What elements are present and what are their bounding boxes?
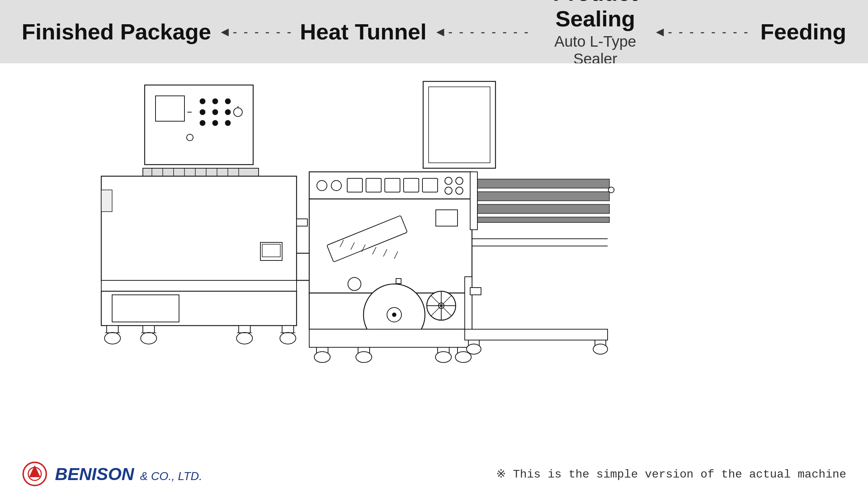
arrow2-section: ◄- - - - - - - -	[434, 24, 530, 39]
svg-rect-26	[101, 190, 112, 212]
svg-rect-93	[472, 217, 609, 222]
company-suffix: & CO., LTD.	[140, 470, 202, 483]
arrow2: ◄- - - - - - - -	[434, 24, 530, 39]
arrow1-section: ◄- - - - - -	[218, 24, 293, 39]
svg-rect-89	[429, 87, 490, 163]
svg-rect-53	[404, 178, 419, 192]
logo-area: BENISON & CO., LTD.	[22, 461, 202, 487]
svg-rect-29	[262, 244, 280, 257]
svg-rect-99	[465, 277, 472, 331]
svg-rect-102	[465, 329, 608, 340]
feeding-section: ◄- - - - - - - - Feeding	[654, 19, 846, 44]
machine-type-label: Auto L-Type Sealer	[537, 33, 654, 68]
svg-point-3	[213, 99, 218, 104]
diagram-area	[0, 63, 868, 492]
svg-rect-91	[472, 192, 609, 201]
machine-diagram	[36, 78, 832, 432]
svg-point-37	[141, 332, 157, 344]
footer: BENISON & CO., LTD. ※ This is the simple…	[0, 456, 868, 492]
svg-rect-15	[143, 168, 259, 176]
svg-point-10	[225, 120, 230, 126]
svg-rect-33	[107, 326, 118, 333]
svg-point-40	[237, 332, 252, 344]
svg-rect-98	[436, 210, 458, 226]
svg-point-8	[200, 120, 205, 126]
feeding-label: Feeding	[760, 19, 846, 44]
svg-rect-92	[472, 204, 609, 213]
heat-tunnel-label: Heat Tunnel	[300, 19, 426, 44]
svg-point-5	[200, 110, 205, 115]
svg-rect-39	[239, 326, 250, 333]
svg-point-81	[314, 352, 330, 362]
svg-rect-30	[101, 280, 297, 291]
svg-rect-50	[347, 178, 362, 192]
svg-rect-54	[422, 178, 438, 192]
svg-rect-79	[309, 329, 472, 347]
company-name: BENISON	[55, 465, 134, 484]
svg-point-34	[105, 332, 120, 344]
svg-rect-1	[156, 96, 184, 121]
svg-point-9	[213, 120, 218, 126]
svg-rect-51	[366, 178, 381, 192]
svg-rect-100	[470, 288, 481, 295]
svg-rect-25	[101, 176, 297, 281]
svg-point-95	[608, 187, 614, 193]
footer-note-area: ※ This is the simple version of the actu…	[496, 467, 846, 481]
svg-rect-27	[297, 219, 307, 226]
svg-point-106	[593, 344, 608, 354]
svg-point-2	[200, 99, 205, 104]
svg-rect-32	[112, 295, 179, 322]
svg-point-72	[392, 313, 396, 317]
finished-package-label: Finished Package	[22, 19, 211, 44]
svg-point-7	[225, 110, 230, 115]
svg-rect-42	[282, 326, 294, 333]
footer-note: ※ This is the simple version of the actu…	[496, 468, 846, 481]
company-name-area: BENISON & CO., LTD.	[55, 464, 202, 484]
arrow1: ◄- - - - - -	[218, 24, 293, 39]
svg-point-87	[455, 352, 471, 362]
arrow3: ◄- - - - - - - -	[654, 24, 750, 39]
svg-point-6	[213, 110, 218, 115]
company-logo-icon	[22, 461, 48, 487]
svg-rect-52	[385, 178, 400, 192]
svg-point-4	[225, 99, 230, 104]
svg-point-83	[356, 352, 372, 362]
svg-point-85	[435, 352, 451, 362]
svg-rect-94	[470, 172, 477, 230]
finished-package-section: Finished Package	[22, 19, 211, 44]
header-bar: Finished Package ◄- - - - - - Heat Tunne…	[0, 0, 868, 63]
product-sealing-title: Product Sealing	[537, 0, 654, 31]
svg-rect-36	[143, 326, 154, 333]
svg-point-104	[467, 344, 481, 354]
heat-tunnel-section: Heat Tunnel	[300, 19, 426, 44]
svg-rect-90	[472, 179, 609, 188]
svg-point-43	[280, 332, 296, 344]
